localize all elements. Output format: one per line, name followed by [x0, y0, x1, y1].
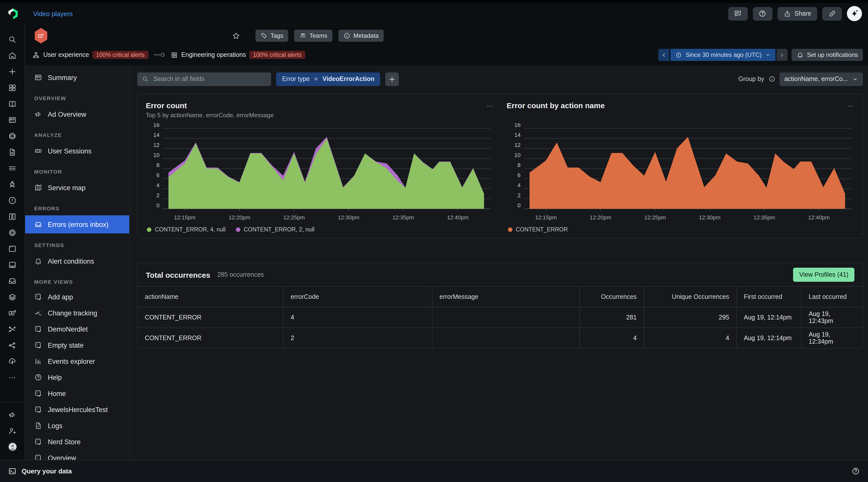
- rail-browser-button[interactable]: [4, 241, 20, 257]
- rail-entities-button[interactable]: [4, 289, 20, 305]
- table-cell[interactable]: [433, 307, 580, 328]
- rail-reports-button[interactable]: [4, 144, 20, 160]
- rail-infrastructure-button[interactable]: [4, 208, 20, 224]
- legend-item[interactable]: CONTENT_ERROR: [508, 227, 568, 233]
- sidebar-item-summary[interactable]: Summary: [25, 68, 129, 87]
- chart-menu-button[interactable]: [486, 102, 494, 110]
- group-by-select[interactable]: actionName, errorCo...: [779, 72, 863, 86]
- table-cell[interactable]: Aug 19, 12:43pm: [802, 307, 863, 328]
- sidebar-item-home[interactable]: Home: [25, 385, 129, 401]
- rail-invite-user-button[interactable]: [4, 423, 20, 439]
- breadcrumb-title-link[interactable]: Video players: [33, 10, 73, 17]
- footer-help-button[interactable]: [851, 467, 860, 476]
- rail-cost-button[interactable]: [4, 353, 20, 369]
- table-cell[interactable]: Aug 19, 12:14pm: [737, 328, 802, 348]
- area-chart-error-count[interactable]: 024681012141612:15pm12:20pm12:25pm12:30p…: [146, 123, 494, 222]
- table-cell[interactable]: Aug 19, 12:34pm: [802, 328, 863, 348]
- rail-more-button[interactable]: [4, 369, 20, 385]
- search-input[interactable]: [152, 75, 267, 83]
- view-profiles-button[interactable]: View Profiles (41): [793, 268, 855, 282]
- table-cell[interactable]: 281: [580, 307, 644, 328]
- rail-announcements-button[interactable]: [4, 406, 20, 423]
- sidebar-item-service-map[interactable]: Service map: [25, 179, 129, 197]
- sidebar-item-empty-state[interactable]: Empty state: [25, 337, 129, 353]
- metadata-button[interactable]: Metadata: [338, 30, 383, 42]
- chart-title: Error count by action name: [507, 101, 605, 110]
- sidebar-item-help[interactable]: Help: [25, 369, 129, 385]
- table-cell[interactable]: 4: [644, 328, 737, 348]
- setup-notifications-button[interactable]: Set up notifications: [791, 49, 863, 61]
- rail-alerts-button[interactable]: [4, 192, 20, 208]
- table-cell[interactable]: 4: [580, 328, 644, 348]
- table-cell[interactable]: 295: [644, 307, 737, 328]
- ai-assistant-button[interactable]: [847, 6, 862, 21]
- svg-text:12:25pm: 12:25pm: [283, 214, 305, 221]
- time-back-button[interactable]: [658, 49, 669, 61]
- legend-item[interactable]: CONTENT_ERROR, 4, null: [147, 227, 225, 233]
- rail-create-button[interactable]: [4, 63, 20, 80]
- share-icon: [783, 10, 791, 17]
- sidebar-item-overview[interactable]: Overview: [25, 450, 129, 460]
- sidebar-item-errors-inbox[interactable]: Errors (errors inbox): [25, 215, 129, 234]
- rail-summary-button[interactable]: [4, 112, 20, 128]
- rail-home-button[interactable]: [4, 47, 20, 63]
- share-button[interactable]: Share: [777, 7, 817, 20]
- column-header-errormessage[interactable]: errorMessage: [433, 286, 580, 307]
- help-button[interactable]: [752, 7, 772, 20]
- table-cell[interactable]: Aug 19, 12:14pm: [737, 307, 802, 328]
- feedback-button[interactable]: [728, 7, 748, 20]
- table-cell[interactable]: CONTENT_ERROR: [138, 307, 284, 328]
- sidebar-item-add-app[interactable]: Add app: [25, 289, 129, 305]
- sidebar-item-alert-conditions[interactable]: Alert conditions: [25, 252, 129, 270]
- query-bar[interactable]: Query your data: [0, 460, 868, 482]
- tags-button[interactable]: Tags: [255, 30, 288, 42]
- search-field[interactable]: [137, 72, 271, 86]
- user-avatar[interactable]: [4, 439, 20, 455]
- critical-alerts-badge: 100% critical alerts: [93, 51, 148, 59]
- column-header-last-occurred[interactable]: Last occurred: [802, 286, 863, 307]
- column-header-first-occurred[interactable]: First occurred: [737, 286, 802, 307]
- column-header-errorcode[interactable]: errorCode: [284, 286, 433, 307]
- column-header-actionname[interactable]: actionName: [138, 286, 284, 307]
- add-filter-button[interactable]: [385, 72, 399, 86]
- workload-engineering-operations[interactable]: Engineering operations 100% critical ale…: [170, 51, 305, 59]
- rail-errors-inbox-button[interactable]: [4, 273, 20, 289]
- rail-service-map-button[interactable]: [4, 337, 20, 353]
- column-header-unique-occurrences[interactable]: Unique Occurrences: [644, 286, 737, 307]
- rail-dashboards-button[interactable]: [4, 80, 20, 96]
- rail-mobile-button[interactable]: [4, 257, 20, 273]
- sidebar-item-user-sessions[interactable]: User Sessions: [25, 142, 129, 160]
- rail-browser-apps-button[interactable]: [4, 128, 20, 144]
- copy-link-button[interactable]: [822, 7, 842, 20]
- sidebar-item-logs[interactable]: Logs: [25, 418, 129, 434]
- table-cell[interactable]: [433, 328, 580, 348]
- table-cell[interactable]: 4: [284, 307, 433, 328]
- area-chart-error-count-by-action[interactable]: 024681012141612:15pm12:20pm12:25pm12:30p…: [507, 123, 855, 222]
- table-cell[interactable]: CONTENT_ERROR: [138, 328, 284, 348]
- svg-text:8: 8: [156, 162, 159, 168]
- rail-video-button[interactable]: [4, 305, 20, 321]
- rail-workflows-button[interactable]: [4, 321, 20, 337]
- column-header-occurrences[interactable]: Occurrences: [580, 286, 644, 307]
- sidebar-item-events-explorer[interactable]: Events explorer: [25, 353, 129, 369]
- table-cell[interactable]: 2: [284, 328, 433, 348]
- rail-logs-button[interactable]: [4, 160, 20, 176]
- time-picker-button[interactable]: Since 30 minutes ago (UTC): [670, 49, 775, 61]
- rail-search-button[interactable]: [4, 31, 20, 47]
- sidebar-item-change-tracking[interactable]: Change tracking: [25, 305, 129, 321]
- time-forward-button[interactable]: [776, 49, 787, 61]
- legend-item[interactable]: CONTENT_ERROR, 2, null: [236, 227, 314, 233]
- rail-ai-monitoring-button[interactable]: [4, 176, 20, 192]
- sidebar-item-ad-overview[interactable]: Ad Overview: [25, 105, 129, 123]
- rail-apm-button[interactable]: [4, 224, 20, 241]
- rail-docs-button[interactable]: [4, 96, 20, 112]
- sidebar-item-nerd-store[interactable]: Nerd Store: [25, 434, 129, 450]
- file-icon: [34, 422, 42, 430]
- chart-menu-button[interactable]: [846, 102, 855, 110]
- workload-user-experience[interactable]: User experience 100% critical alerts: [32, 51, 148, 59]
- sidebar-item-demonerdlet[interactable]: DemoNerdlet: [25, 321, 129, 337]
- teams-button[interactable]: Teams: [294, 30, 333, 42]
- sidebar-item-jewelsherculestest[interactable]: JewelsHerculesTest: [25, 401, 129, 418]
- filter-chip-error-type[interactable]: Error type = VideoErrorAction: [276, 72, 380, 86]
- favorite-star-button[interactable]: [232, 31, 240, 40]
